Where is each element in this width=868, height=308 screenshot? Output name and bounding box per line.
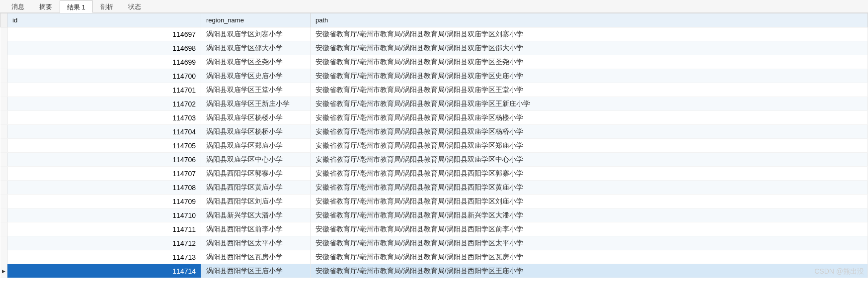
cell-region-name[interactable]: 涡阳县新兴学区大潘小学: [201, 208, 311, 222]
cell-region-name[interactable]: 涡阳县双庙学区王堂小学: [201, 83, 311, 97]
cell-id[interactable]: 114699: [7, 55, 201, 69]
cell-id[interactable]: 114704: [7, 125, 201, 139]
cell-id[interactable]: 114700: [7, 69, 201, 83]
table-row[interactable]: 114702涡阳县双庙学区王新庄小学安徽省教育厅/亳州市教育局/涡阳县教育局/涡…: [0, 97, 868, 111]
column-header-path[interactable]: path: [311, 13, 868, 27]
cell-id[interactable]: 114708: [7, 181, 201, 195]
table-row[interactable]: 114699涡阳县双庙学区圣尧小学安徽省教育厅/亳州市教育局/涡阳县教育局/涡阳…: [0, 55, 868, 69]
table-row[interactable]: 114707涡阳县西阳学区郭寨小学安徽省教育厅/亳州市教育局/涡阳县教育局/涡阳…: [0, 167, 868, 181]
table-row[interactable]: 114706涡阳县双庙学区中心小学安徽省教育厅/亳州市教育局/涡阳县教育局/涡阳…: [0, 153, 868, 167]
row-gutter[interactable]: [0, 69, 7, 83]
cell-region-name[interactable]: 涡阳县双庙学区邵大小学: [201, 41, 311, 55]
table-row[interactable]: 114713涡阳县西阳学区瓦房小学安徽省教育厅/亳州市教育局/涡阳县教育局/涡阳…: [0, 250, 868, 264]
cell-id[interactable]: 114713: [7, 250, 201, 264]
cell-id[interactable]: 114703: [7, 111, 201, 125]
tab-summary[interactable]: 摘要: [32, 0, 60, 12]
cell-region-name[interactable]: 涡阳县双庙学区史庙小学: [201, 69, 311, 83]
cell-region-name[interactable]: 涡阳县双庙学区杨楼小学: [201, 111, 311, 125]
cell-id[interactable]: 114698: [7, 41, 201, 55]
cell-path[interactable]: 安徽省教育厅/亳州市教育局/涡阳县教育局/涡阳县双庙学区郑庙小学: [311, 139, 868, 153]
column-header-region-name[interactable]: region_name: [201, 13, 311, 27]
table-row[interactable]: 114712涡阳县西阳学区太平小学安徽省教育厅/亳州市教育局/涡阳县教育局/涡阳…: [0, 236, 868, 250]
row-gutter[interactable]: [0, 83, 7, 97]
cell-region-name[interactable]: 涡阳县西阳学区太平小学: [201, 236, 311, 250]
row-gutter[interactable]: [0, 139, 7, 153]
cell-region-name[interactable]: 涡阳县双庙学区杨桥小学: [201, 125, 311, 139]
tab-status[interactable]: 状态: [121, 0, 149, 12]
table-row[interactable]: 114714涡阳县西阳学区王庙小学安徽省教育厅/亳州市教育局/涡阳县教育局/涡阳…: [0, 264, 868, 278]
cell-path[interactable]: 安徽省教育厅/亳州市教育局/涡阳县教育局/涡阳县双庙学区刘寨小学: [311, 27, 868, 41]
table-row[interactable]: 114700涡阳县双庙学区史庙小学安徽省教育厅/亳州市教育局/涡阳县教育局/涡阳…: [0, 69, 868, 83]
cell-region-name[interactable]: 涡阳县西阳学区前李小学: [201, 222, 311, 236]
tab-results-1[interactable]: 结果 1: [60, 0, 93, 13]
row-gutter[interactable]: [0, 55, 7, 69]
cell-path[interactable]: 安徽省教育厅/亳州市教育局/涡阳县教育局/涡阳县西阳学区刘庙小学: [311, 195, 868, 208]
table-row[interactable]: 114709涡阳县西阳学区刘庙小学安徽省教育厅/亳州市教育局/涡阳县教育局/涡阳…: [0, 195, 868, 208]
cell-id[interactable]: 114697: [7, 27, 201, 41]
table-row[interactable]: 114698涡阳县双庙学区邵大小学安徽省教育厅/亳州市教育局/涡阳县教育局/涡阳…: [0, 41, 868, 55]
cell-region-name[interactable]: 涡阳县双庙学区中心小学: [201, 153, 311, 167]
tab-messages[interactable]: 消息: [4, 0, 32, 12]
cell-id[interactable]: 114710: [7, 208, 201, 222]
row-gutter[interactable]: [0, 125, 7, 139]
cell-path[interactable]: 安徽省教育厅/亳州市教育局/涡阳县教育局/涡阳县西阳学区王庙小学: [311, 264, 868, 278]
cell-path[interactable]: 安徽省教育厅/亳州市教育局/涡阳县教育局/涡阳县西阳学区黄庙小学: [311, 181, 868, 195]
cell-path[interactable]: 安徽省教育厅/亳州市教育局/涡阳县教育局/涡阳县西阳学区瓦房小学: [311, 250, 868, 264]
cell-path[interactable]: 安徽省教育厅/亳州市教育局/涡阳县教育局/涡阳县西阳学区郭寨小学: [311, 167, 868, 181]
row-gutter[interactable]: [0, 153, 7, 167]
cell-id[interactable]: 114701: [7, 83, 201, 97]
cell-id[interactable]: 114711: [7, 222, 201, 236]
column-header-id[interactable]: id: [7, 13, 201, 27]
cell-id[interactable]: 114714: [7, 264, 201, 278]
cell-id[interactable]: 114702: [7, 97, 201, 111]
cell-path[interactable]: 安徽省教育厅/亳州市教育局/涡阳县教育局/涡阳县双庙学区中心小学: [311, 153, 868, 167]
cell-id[interactable]: 114706: [7, 153, 201, 167]
cell-path[interactable]: 安徽省教育厅/亳州市教育局/涡阳县教育局/涡阳县双庙学区史庙小学: [311, 69, 868, 83]
row-gutter[interactable]: [0, 250, 7, 264]
table-row[interactable]: 114703涡阳县双庙学区杨楼小学安徽省教育厅/亳州市教育局/涡阳县教育局/涡阳…: [0, 111, 868, 125]
cell-path[interactable]: 安徽省教育厅/亳州市教育局/涡阳县教育局/涡阳县双庙学区杨桥小学: [311, 125, 868, 139]
cell-region-name[interactable]: 涡阳县西阳学区黄庙小学: [201, 181, 311, 195]
cell-path[interactable]: 安徽省教育厅/亳州市教育局/涡阳县教育局/涡阳县双庙学区杨楼小学: [311, 111, 868, 125]
row-gutter[interactable]: [0, 222, 7, 236]
row-gutter[interactable]: [0, 264, 7, 278]
row-gutter[interactable]: [0, 181, 7, 195]
cell-region-name[interactable]: 涡阳县双庙学区刘寨小学: [201, 27, 311, 41]
table-row[interactable]: 114701涡阳县双庙学区王堂小学安徽省教育厅/亳州市教育局/涡阳县教育局/涡阳…: [0, 83, 868, 97]
tab-profile[interactable]: 剖析: [93, 0, 121, 12]
cell-region-name[interactable]: 涡阳县西阳学区刘庙小学: [201, 195, 311, 208]
cell-path[interactable]: 安徽省教育厅/亳州市教育局/涡阳县教育局/涡阳县双庙学区王新庄小学: [311, 97, 868, 111]
cell-region-name[interactable]: 涡阳县双庙学区郑庙小学: [201, 139, 311, 153]
cell-path[interactable]: 安徽省教育厅/亳州市教育局/涡阳县教育局/涡阳县新兴学区大潘小学: [311, 208, 868, 222]
row-gutter[interactable]: [0, 236, 7, 250]
row-gutter[interactable]: [0, 111, 7, 125]
table-row[interactable]: 114704涡阳县双庙学区杨桥小学安徽省教育厅/亳州市教育局/涡阳县教育局/涡阳…: [0, 125, 868, 139]
cell-id[interactable]: 114709: [7, 195, 201, 208]
row-gutter[interactable]: [0, 167, 7, 181]
result-tabs: 消息 摘要 结果 1 剖析 状态: [0, 0, 868, 13]
table-row[interactable]: 114697涡阳县双庙学区刘寨小学安徽省教育厅/亳州市教育局/涡阳县教育局/涡阳…: [0, 27, 868, 41]
row-gutter[interactable]: [0, 97, 7, 111]
cell-path[interactable]: 安徽省教育厅/亳州市教育局/涡阳县教育局/涡阳县西阳学区太平小学: [311, 236, 868, 250]
cell-path[interactable]: 安徽省教育厅/亳州市教育局/涡阳县教育局/涡阳县双庙学区圣尧小学: [311, 55, 868, 69]
cell-region-name[interactable]: 涡阳县双庙学区圣尧小学: [201, 55, 311, 69]
table-header-row: id region_name path: [0, 13, 868, 27]
table-row[interactable]: 114705涡阳县双庙学区郑庙小学安徽省教育厅/亳州市教育局/涡阳县教育局/涡阳…: [0, 139, 868, 153]
cell-path[interactable]: 安徽省教育厅/亳州市教育局/涡阳县教育局/涡阳县西阳学区前李小学: [311, 222, 868, 236]
cell-id[interactable]: 114707: [7, 167, 201, 181]
cell-path[interactable]: 安徽省教育厅/亳州市教育局/涡阳县教育局/涡阳县双庙学区王堂小学: [311, 83, 868, 97]
table-row[interactable]: 114711涡阳县西阳学区前李小学安徽省教育厅/亳州市教育局/涡阳县教育局/涡阳…: [0, 222, 868, 236]
row-gutter[interactable]: [0, 195, 7, 208]
table-row[interactable]: 114708涡阳县西阳学区黄庙小学安徽省教育厅/亳州市教育局/涡阳县教育局/涡阳…: [0, 181, 868, 195]
cell-id[interactable]: 114705: [7, 139, 201, 153]
cell-region-name[interactable]: 涡阳县西阳学区瓦房小学: [201, 250, 311, 264]
cell-path[interactable]: 安徽省教育厅/亳州市教育局/涡阳县教育局/涡阳县双庙学区邵大小学: [311, 41, 868, 55]
row-gutter[interactable]: [0, 208, 7, 222]
row-gutter[interactable]: [0, 41, 7, 55]
cell-region-name[interactable]: 涡阳县双庙学区王新庄小学: [201, 97, 311, 111]
cell-region-name[interactable]: 涡阳县西阳学区郭寨小学: [201, 167, 311, 181]
row-gutter[interactable]: [0, 27, 7, 41]
cell-id[interactable]: 114712: [7, 236, 201, 250]
table-row[interactable]: 114710涡阳县新兴学区大潘小学安徽省教育厅/亳州市教育局/涡阳县教育局/涡阳…: [0, 208, 868, 222]
cell-region-name[interactable]: 涡阳县西阳学区王庙小学: [201, 264, 311, 278]
